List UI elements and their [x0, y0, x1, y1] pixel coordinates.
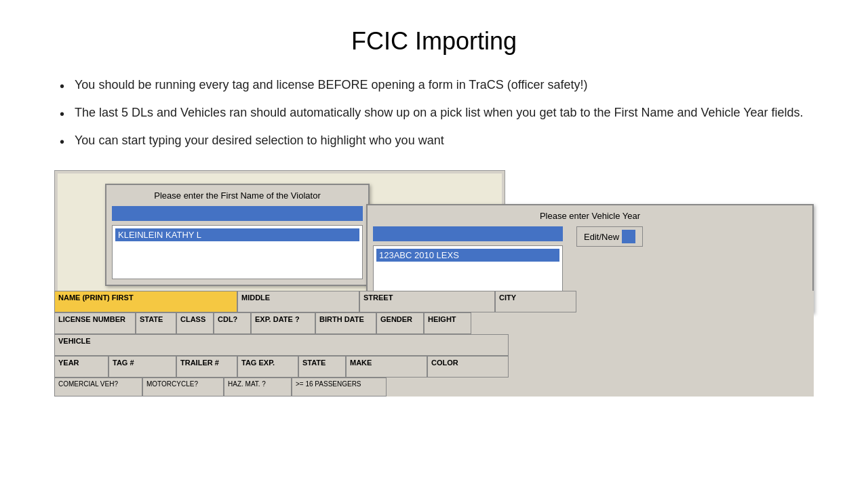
- passengers-label: >= 16 PASSENGERS: [296, 380, 361, 388]
- make-label: MAKE: [350, 359, 423, 367]
- commercial-veh-label: COMERCIAL VEH?: [58, 380, 118, 388]
- class-cell: CLASS: [176, 312, 214, 334]
- vehicle-section-label: VEHICLE: [58, 337, 505, 345]
- trailer-label: TRAILER #: [180, 359, 233, 367]
- motorcycle-cell: MOTORCYCLE?: [142, 378, 224, 396]
- height-label: HEIGHT: [428, 315, 467, 323]
- commercial-veh-cell: COMERCIAL VEH?: [54, 378, 142, 396]
- color-label: COLOR: [431, 359, 505, 367]
- birth-date-label: BIRTH DATE: [319, 315, 372, 323]
- tag-exp-cell: TAG EXP.: [237, 356, 298, 378]
- state-label: STATE: [140, 315, 172, 323]
- form-fields: NAME (PRINT) FIRST MIDDLE STREET CITY LI…: [54, 291, 814, 396]
- tag-exp-label: TAG EXP.: [241, 359, 294, 367]
- name-middle-cell: MIDDLE: [237, 291, 359, 312]
- name-first-cell: NAME (PRINT) FIRST: [54, 291, 237, 312]
- firstname-list[interactable]: KLEINLEIN KATHY L: [112, 225, 363, 279]
- exp-date-cell: EXP. DATE ?: [251, 312, 315, 334]
- bullet-list: You should be running every tag and lice…: [0, 76, 868, 150]
- cdl-cell: CDL?: [214, 312, 251, 334]
- year-cell: YEAR: [54, 356, 108, 378]
- haz-mat-cell: HAZ. MAT. ?: [224, 378, 292, 396]
- city-label: CITY: [499, 293, 572, 302]
- street-cell: STREET: [359, 291, 495, 312]
- license-label: LICENSE NUMBER: [58, 315, 132, 323]
- height-cell: HEIGHT: [424, 312, 471, 334]
- cdl-label: CDL?: [218, 315, 247, 323]
- dialog-firstname-title: Please enter the First Name of the Viola…: [112, 190, 363, 201]
- tag-label: TAG #: [113, 359, 172, 367]
- motorcycle-label: MOTORCYCLE?: [146, 380, 198, 388]
- tag-cell: TAG #: [108, 356, 176, 378]
- vehicle-row: YEAR TAG # TRAILER # TAG EXP. STATE MAKE…: [54, 356, 814, 378]
- gender-cell: GENDER: [376, 312, 424, 334]
- license-num-cell: LICENSE NUMBER: [54, 312, 136, 334]
- dialog-firstname: Please enter the First Name of the Viola…: [105, 184, 370, 286]
- state-v-cell: STATE: [298, 356, 346, 378]
- edit-new-button-area: Edit/New: [576, 226, 643, 247]
- year-label: YEAR: [58, 359, 104, 367]
- vehicle-input-box[interactable]: [373, 226, 563, 241]
- firstname-list-item[interactable]: KLEINLEIN KATHY L: [115, 228, 359, 241]
- city-cell: CITY: [495, 291, 576, 312]
- name-first-label: NAME (PRINT) FIRST: [58, 293, 233, 302]
- name-middle-label: MIDDLE: [241, 293, 355, 302]
- bullet-item-2: The last 5 DLs and Vehicles ran should a…: [54, 104, 814, 122]
- exp-date-label: EXP. DATE ?: [255, 315, 311, 323]
- make-cell: MAKE: [346, 356, 427, 378]
- screenshot-area: Please enter the First Name of the Viola…: [54, 170, 814, 401]
- edit-new-icon: [622, 230, 635, 243]
- passengers-cell: >= 16 PASSENGERS: [292, 378, 387, 396]
- vehicle-label-cell: VEHICLE: [54, 334, 509, 356]
- state-cell: STATE: [136, 312, 176, 334]
- street-label: STREET: [363, 293, 491, 302]
- color-cell: COLOR: [427, 356, 509, 378]
- page-title: FCIC Importing: [0, 0, 868, 76]
- vehicle-list-item[interactable]: 123ABC 2010 LEXS: [376, 249, 559, 262]
- state-v-label: STATE: [302, 359, 342, 367]
- edit-new-label: Edit/New: [584, 232, 619, 242]
- edit-new-button[interactable]: Edit/New: [576, 226, 643, 247]
- trailer-cell: TRAILER #: [176, 356, 237, 378]
- bottom-row: COMERCIAL VEH? MOTORCYCLE? HAZ. MAT. ? >…: [54, 378, 814, 396]
- bullet-item-1: You should be running every tag and lice…: [54, 76, 814, 94]
- bullet-item-3: You can start typing your desired select…: [54, 131, 814, 150]
- gender-label: GENDER: [380, 315, 420, 323]
- name-row: NAME (PRINT) FIRST MIDDLE STREET CITY: [54, 291, 814, 312]
- license-row: LICENSE NUMBER STATE CLASS CDL? EXP. DAT…: [54, 312, 814, 334]
- class-label: CLASS: [180, 315, 210, 323]
- vehicle-label-row: VEHICLE: [54, 334, 814, 356]
- birth-date-cell: BIRTH DATE: [315, 312, 376, 334]
- dialog-vehicle-title: Please enter Vehicle Year: [373, 211, 807, 221]
- firstname-input-box[interactable]: [112, 206, 363, 221]
- haz-mat-label: HAZ. MAT. ?: [228, 380, 266, 388]
